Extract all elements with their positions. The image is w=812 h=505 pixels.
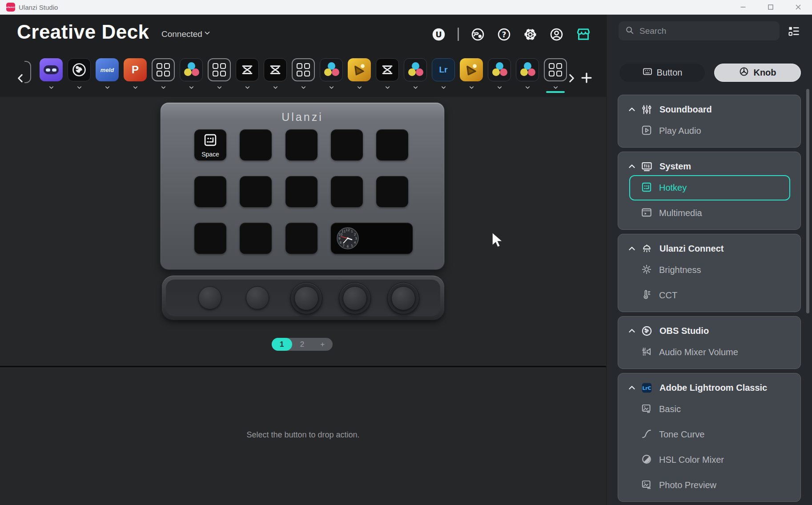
profile-icon-capcut[interactable]: [264, 58, 287, 93]
profile-icon-multi-action[interactable]: [292, 58, 315, 93]
search-input[interactable]: [639, 26, 765, 36]
profile-icon-meld[interactable]: meld: [96, 58, 119, 93]
profile-icon-capcut[interactable]: [236, 58, 259, 93]
profile-icon-multi-action[interactable]: [152, 58, 175, 93]
chevron-down-icon[interactable]: [496, 84, 503, 90]
deck-key-empty[interactable]: [376, 176, 408, 207]
profile-icon-lightroom[interactable]: Lr: [432, 58, 455, 93]
chevron-down-icon[interactable]: [160, 84, 167, 90]
account-icon[interactable]: [549, 27, 564, 42]
profile-icon-multi-action[interactable]: [208, 58, 231, 93]
deck-key-empty[interactable]: [240, 223, 272, 254]
search-box[interactable]: [619, 21, 780, 40]
add-profile-button[interactable]: [580, 71, 593, 86]
chevron-down-icon[interactable]: [244, 84, 251, 90]
tab-button[interactable]: Button: [619, 64, 705, 82]
action-item-tone-curve[interactable]: Tone Curve: [618, 422, 800, 447]
chevron-down-icon[interactable]: [48, 84, 55, 90]
action-item-hotkey[interactable]: Hotkey: [629, 175, 790, 200]
action-item-audio-mixer-volume[interactable]: Audio Mixer Volume: [618, 340, 800, 365]
scroll-right-button[interactable]: [566, 72, 577, 86]
deck-key-empty[interactable]: [194, 223, 226, 254]
action-item-photo-preview[interactable]: Photo Preview: [618, 473, 800, 498]
section-header[interactable]: LrC Adobe Lightroom Classic: [618, 379, 800, 397]
profile-icon-gold-media[interactable]: [460, 58, 483, 93]
action-item-multimedia[interactable]: Multimedia: [618, 200, 800, 226]
collapse-chevron-icon[interactable]: [627, 244, 637, 253]
section-header[interactable]: System: [618, 157, 800, 175]
section-header[interactable]: OBS Studio: [618, 322, 800, 340]
profile-icon-gold-media[interactable]: [348, 58, 371, 93]
action-item-cct[interactable]: CCT: [618, 283, 800, 308]
deck-key-empty[interactable]: [285, 176, 318, 207]
chevron-down-icon[interactable]: [104, 84, 111, 90]
profile-icon-davinci-resolve[interactable]: [320, 58, 343, 93]
profile-icon-strip: meldPLr: [0, 54, 606, 97]
device-knob-1[interactable]: [198, 286, 221, 309]
sidebar-scrollbar[interactable]: [806, 89, 809, 313]
chevron-down-icon[interactable]: [356, 84, 363, 90]
action-item-hsl-color-mixer[interactable]: HSL Color Mixer: [618, 447, 800, 473]
deck-key-empty[interactable]: [285, 223, 318, 254]
profile-icon-davinci-resolve[interactable]: [516, 58, 539, 93]
connection-status-dropdown[interactable]: Connected: [161, 29, 211, 39]
language-globe-icon[interactable]: [470, 27, 485, 42]
chevron-down-icon[interactable]: [216, 84, 223, 90]
chevron-down-icon[interactable]: [412, 84, 419, 90]
store-icon[interactable]: [575, 26, 591, 42]
page-tab-1[interactable]: 1: [272, 338, 292, 351]
section-header[interactable]: Ulanzi Connect: [618, 240, 800, 257]
device-knob-5[interactable]: [387, 282, 419, 314]
deck-key-empty[interactable]: [240, 176, 272, 207]
settings-icon[interactable]: [523, 27, 538, 42]
help-icon[interactable]: ?: [497, 27, 511, 42]
chevron-down-icon[interactable]: [384, 84, 391, 90]
maximize-button[interactable]: [757, 0, 784, 14]
ulanzi-logo-icon[interactable]: U: [431, 27, 446, 42]
close-button[interactable]: [784, 0, 812, 14]
profile-icon-powerpoint[interactable]: P: [124, 58, 147, 93]
action-item-play-audio[interactable]: Play Audio: [618, 118, 800, 144]
deck-key-empty[interactable]: [240, 129, 272, 160]
deck-key-empty[interactable]: [331, 176, 363, 207]
tab-knob[interactable]: Knob: [714, 64, 801, 82]
clipped-profile-icon[interactable]: [24, 61, 31, 83]
chevron-down-icon[interactable]: [300, 84, 307, 90]
add-page-button[interactable]: +: [312, 340, 333, 349]
collapse-chevron-icon[interactable]: [627, 383, 637, 393]
deck-key-space[interactable]: Space: [194, 129, 226, 160]
deck-key-empty[interactable]: [194, 176, 226, 207]
profile-icon-davinci-resolve[interactable]: [488, 58, 511, 93]
profile-icon-davinci-resolve[interactable]: [404, 58, 427, 93]
device-knob-4[interactable]: [339, 282, 371, 314]
deck-key-empty[interactable]: [285, 129, 318, 160]
deck-key-empty[interactable]: [331, 129, 363, 160]
action-item-basic[interactable]: Basic: [618, 397, 800, 422]
list-layout-toggle-icon[interactable]: [787, 24, 801, 38]
profile-icon-capcut[interactable]: [376, 58, 399, 93]
chevron-down-icon[interactable]: [188, 84, 195, 90]
page-tab-2[interactable]: 2: [292, 340, 313, 349]
deck-clock-widget[interactable]: 123456789101112: [331, 223, 413, 254]
minimize-button[interactable]: [729, 0, 757, 14]
chevron-down-icon[interactable]: [132, 84, 139, 90]
collapse-chevron-icon[interactable]: [627, 161, 637, 171]
device-knob-3[interactable]: [290, 282, 322, 314]
device-knob-2[interactable]: [246, 286, 269, 309]
chevron-down-icon[interactable]: [524, 84, 531, 90]
chevron-down-icon[interactable]: [76, 84, 83, 90]
chevron-down-icon[interactable]: [468, 84, 475, 90]
chevron-down-icon[interactable]: [440, 84, 447, 90]
section-header[interactable]: Soundboard: [618, 100, 800, 118]
profile-icon-multi-action-selected[interactable]: [544, 58, 567, 93]
chevron-down-icon[interactable]: [272, 84, 279, 90]
profile-icon-davinci-resolve[interactable]: [180, 58, 203, 93]
chevron-down-icon[interactable]: [328, 84, 335, 90]
action-item-brightness[interactable]: Brightness: [618, 257, 800, 283]
profile-icon-streamer-bot[interactable]: [40, 58, 63, 93]
collapse-chevron-icon[interactable]: [627, 326, 637, 336]
chevron-down-icon[interactable]: [552, 84, 559, 90]
profile-icon-obs-studio[interactable]: [68, 58, 91, 93]
deck-key-empty[interactable]: [376, 129, 408, 160]
collapse-chevron-icon[interactable]: [627, 104, 637, 114]
